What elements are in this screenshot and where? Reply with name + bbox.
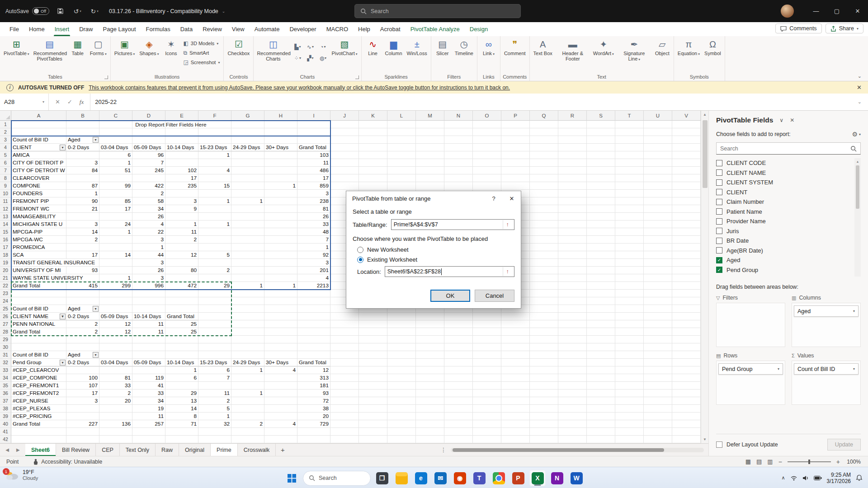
cell-F35[interactable] [198,382,231,389]
cell-Q41[interactable] [530,428,558,436]
cell-B15[interactable]: 14 [66,228,99,236]
cell-C29[interactable] [99,336,132,343]
cell-A23[interactable] [11,290,66,297]
cell-U14[interactable] [644,221,672,228]
area-box-values[interactable]: Count of Bill ID▾ [792,361,861,405]
cell-H1[interactable] [264,121,297,128]
cell-R1[interactable] [558,121,587,128]
row-header-29[interactable]: 29 [0,336,11,343]
cell-P33[interactable] [501,366,530,374]
cell-B41[interactable] [66,428,99,436]
cell-I28[interactable] [297,328,330,336]
cell-B27[interactable]: 2 [66,320,99,328]
cell-V42[interactable] [672,436,701,443]
cell-I5[interactable]: 103 [297,151,330,159]
cell-T27[interactable] [615,320,644,328]
cell-N39[interactable] [444,413,473,420]
cell-T17[interactable] [615,244,644,251]
start-button[interactable] [283,470,300,486]
sheet-options-kebab-icon[interactable]: ⋮ [436,444,451,456]
fields-search-box[interactable] [716,142,861,155]
column-header-V[interactable]: V [672,111,701,121]
cell-A41[interactable] [11,428,66,436]
cell-L38[interactable] [387,405,416,413]
cell-G5[interactable] [231,151,264,159]
ribbon-tab-view[interactable]: View [227,22,250,36]
cell-P41[interactable] [501,428,530,436]
cell-I39[interactable]: 20 [297,413,330,420]
field-checkbox-patient-name[interactable] [716,208,722,215]
cell-S38[interactable] [587,405,615,413]
cell-L27[interactable] [387,320,416,328]
share-button[interactable]: Share▾ [826,23,863,33]
comments-button[interactable]: Comments [775,23,821,33]
cell-F22[interactable]: 29 [198,282,231,290]
cell-R10[interactable] [558,190,587,197]
dropdown-arrow-icon[interactable]: ▾ [60,145,66,150]
scroll-down-icon[interactable]: ▼ [701,436,708,443]
cell-O30[interactable] [473,343,501,351]
cell-K26[interactable] [359,313,387,320]
cell-J30[interactable] [330,343,359,351]
cell-Q32[interactable] [530,359,558,366]
cell-N27[interactable] [444,320,473,328]
cell-F29[interactable] [198,336,231,343]
cell-E27[interactable]: 25 [165,320,198,328]
column-header-B[interactable]: B [66,111,99,121]
cell-T12[interactable] [615,205,644,213]
cell-P27[interactable] [501,320,530,328]
cell-R2[interactable] [558,128,587,136]
cell-S40[interactable] [587,420,615,428]
cell-F14[interactable]: 1 [198,221,231,228]
cell-E18[interactable]: 12 [165,251,198,259]
cell-B11[interactable]: 90 [66,197,99,205]
fields-search-input[interactable] [720,145,848,152]
ribbon-button-equation[interactable]: πEquation ▾ [676,38,702,57]
row-header-4[interactable]: 4 [0,144,11,151]
cell-E5[interactable] [165,151,198,159]
cell-H12[interactable] [264,205,297,213]
dropdown-arrow-icon[interactable]: ▾ [93,352,99,358]
cell-T20[interactable] [615,267,644,274]
cell-S34[interactable] [587,374,615,382]
cell-C30[interactable] [99,343,132,351]
cell-G24[interactable] [231,297,264,305]
field-checkbox-client-code[interactable] [716,160,722,166]
cell-B36[interactable]: 17 [66,389,99,397]
cell-R34[interactable] [558,374,587,382]
cell-I20[interactable]: 201 [297,267,330,274]
cell-M41[interactable] [416,428,444,436]
cell-M3[interactable] [416,136,444,144]
cell-P3[interactable] [501,136,530,144]
sheet-tab-prime[interactable]: Prime [211,444,238,456]
cell-H14[interactable] [264,221,297,228]
cell-R20[interactable] [558,267,587,274]
ribbon-button-forms[interactable]: ▢Forms ▾ [88,38,108,57]
taskbar-app-onenote[interactable]: N [549,470,565,486]
cell-P39[interactable] [501,413,530,420]
cell-B42[interactable] [66,436,99,443]
cell-I30[interactable] [297,343,330,351]
cell-S14[interactable] [587,221,615,228]
dropdown-arrow-icon[interactable]: ▾ [93,306,99,312]
cell-L8[interactable] [387,174,416,182]
cell-H10[interactable] [264,190,297,197]
cell-A34[interactable]: #CEP_COMPONE [11,374,66,382]
cell-H42[interactable] [264,436,297,443]
taskbar-app-teams[interactable]: T [471,470,487,486]
cell-A39[interactable]: #CEP_PRICING [11,413,66,420]
row-header-40[interactable]: 40 [0,420,11,428]
cell-J40[interactable] [330,420,359,428]
cell-H41[interactable] [264,428,297,436]
cell-P35[interactable] [501,382,530,389]
cell-F27[interactable] [198,320,231,328]
cell-I35[interactable]: 181 [297,382,330,389]
ribbon-tab-data[interactable]: Data [175,22,198,36]
cell-A18[interactable]: SCA [11,251,66,259]
cell-H3[interactable] [264,136,297,144]
cell-D18[interactable]: 44 [132,251,165,259]
zoom-slider-thumb[interactable] [808,460,810,464]
ribbon-button-link[interactable]: ∞Link ▾ [479,38,498,57]
row-header-28[interactable]: 28 [0,328,11,336]
cell-I6[interactable]: 11 [297,159,330,167]
